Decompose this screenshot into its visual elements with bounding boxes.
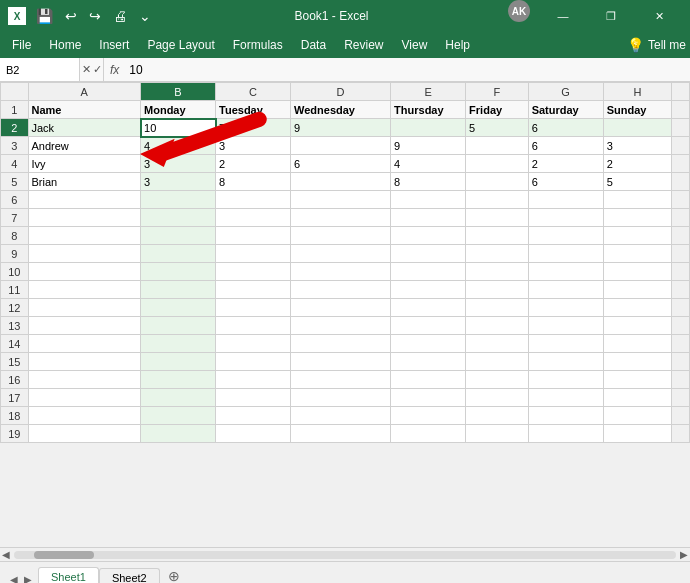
cell[interactable] xyxy=(291,335,391,353)
cell[interactable] xyxy=(528,245,603,263)
row-header-11[interactable]: 11 xyxy=(1,281,29,299)
cell[interactable]: 2 xyxy=(528,155,603,173)
cell[interactable] xyxy=(291,173,391,191)
cell[interactable] xyxy=(391,335,466,353)
cell[interactable]: 6 xyxy=(528,119,603,137)
cell[interactable] xyxy=(291,407,391,425)
undo-icon[interactable]: ↩ xyxy=(61,6,81,26)
cell[interactable] xyxy=(528,335,603,353)
cell[interactable] xyxy=(28,209,141,227)
col-header-A[interactable]: A xyxy=(28,83,141,101)
active-cell[interactable]: 10 xyxy=(141,119,216,137)
cell[interactable] xyxy=(603,335,672,353)
cell[interactable] xyxy=(28,227,141,245)
cell[interactable] xyxy=(391,317,466,335)
cell[interactable] xyxy=(28,317,141,335)
row-header-14[interactable]: 14 xyxy=(1,335,29,353)
cell[interactable] xyxy=(28,263,141,281)
cell[interactable] xyxy=(291,137,391,155)
cell[interactable] xyxy=(528,353,603,371)
cell[interactable] xyxy=(141,317,216,335)
cell[interactable] xyxy=(528,191,603,209)
cancel-formula-icon[interactable]: ✕ xyxy=(82,63,91,76)
cell[interactable] xyxy=(528,263,603,281)
cell[interactable] xyxy=(466,263,529,281)
cell[interactable] xyxy=(141,389,216,407)
tab-sheet1[interactable]: Sheet1 xyxy=(38,567,99,583)
menu-data[interactable]: Data xyxy=(293,34,334,56)
cell[interactable] xyxy=(466,335,529,353)
row-header-2[interactable]: 2 xyxy=(1,119,29,137)
cell[interactable] xyxy=(391,371,466,389)
cell[interactable] xyxy=(528,425,603,443)
cell[interactable] xyxy=(28,371,141,389)
cell[interactable] xyxy=(603,299,672,317)
col-header-B[interactable]: B xyxy=(141,83,216,101)
cell[interactable] xyxy=(28,281,141,299)
cell[interactable] xyxy=(291,353,391,371)
cell[interactable] xyxy=(216,389,291,407)
cell[interactable] xyxy=(216,245,291,263)
row-header-6[interactable]: 6 xyxy=(1,191,29,209)
cell[interactable] xyxy=(391,299,466,317)
cell[interactable] xyxy=(141,299,216,317)
redo-icon[interactable]: ↪ xyxy=(85,6,105,26)
add-sheet-button[interactable]: ⊕ xyxy=(160,565,188,583)
cell[interactable] xyxy=(603,317,672,335)
cell[interactable] xyxy=(141,353,216,371)
cell[interactable]: 3 xyxy=(141,155,216,173)
cell[interactable] xyxy=(291,371,391,389)
cell[interactable] xyxy=(28,299,141,317)
print-icon[interactable]: 🖨 xyxy=(109,6,131,26)
cell[interactable]: 6 xyxy=(291,155,391,173)
cell[interactable] xyxy=(391,263,466,281)
cell[interactable]: 3 xyxy=(216,137,291,155)
cell[interactable] xyxy=(28,335,141,353)
cell[interactable] xyxy=(603,245,672,263)
cell[interactable] xyxy=(141,209,216,227)
row-header-15[interactable]: 15 xyxy=(1,353,29,371)
row-header-8[interactable]: 8 xyxy=(1,227,29,245)
cell[interactable]: 2 xyxy=(216,155,291,173)
cell[interactable] xyxy=(603,281,672,299)
user-avatar[interactable]: AK xyxy=(508,0,530,22)
cell[interactable] xyxy=(216,371,291,389)
name-box[interactable]: B2 xyxy=(0,58,80,81)
more-icon[interactable]: ⌄ xyxy=(135,6,155,26)
menu-file[interactable]: File xyxy=(4,34,39,56)
cell[interactable]: 9 xyxy=(391,137,466,155)
cell[interactable] xyxy=(28,353,141,371)
cell[interactable] xyxy=(216,191,291,209)
cell[interactable] xyxy=(391,407,466,425)
cell[interactable]: 2 xyxy=(603,155,672,173)
cell[interactable] xyxy=(466,425,529,443)
cell[interactable] xyxy=(528,371,603,389)
cell[interactable]: Tuesday xyxy=(216,101,291,119)
cell[interactable]: Name xyxy=(28,101,141,119)
cell[interactable] xyxy=(216,281,291,299)
cell[interactable] xyxy=(141,245,216,263)
cell[interactable] xyxy=(291,299,391,317)
save-icon[interactable]: 💾 xyxy=(32,6,57,26)
cell[interactable] xyxy=(603,227,672,245)
cell[interactable]: Wednesday xyxy=(291,101,391,119)
cell[interactable]: 4 xyxy=(141,137,216,155)
cell[interactable] xyxy=(603,353,672,371)
col-header-C[interactable]: C xyxy=(216,83,291,101)
cell[interactable] xyxy=(391,209,466,227)
cell[interactable] xyxy=(141,335,216,353)
menu-home[interactable]: Home xyxy=(41,34,89,56)
sheet-nav-right[interactable]: ▶ xyxy=(22,572,34,583)
cell[interactable] xyxy=(291,209,391,227)
cell[interactable]: 8 xyxy=(216,173,291,191)
cell[interactable]: Saturday xyxy=(528,101,603,119)
cell[interactable] xyxy=(603,191,672,209)
cell[interactable] xyxy=(391,281,466,299)
cell[interactable] xyxy=(466,227,529,245)
row-header-17[interactable]: 17 xyxy=(1,389,29,407)
cell[interactable] xyxy=(466,209,529,227)
cell[interactable] xyxy=(291,263,391,281)
cell[interactable] xyxy=(141,281,216,299)
row-header-10[interactable]: 10 xyxy=(1,263,29,281)
cell[interactable] xyxy=(528,317,603,335)
